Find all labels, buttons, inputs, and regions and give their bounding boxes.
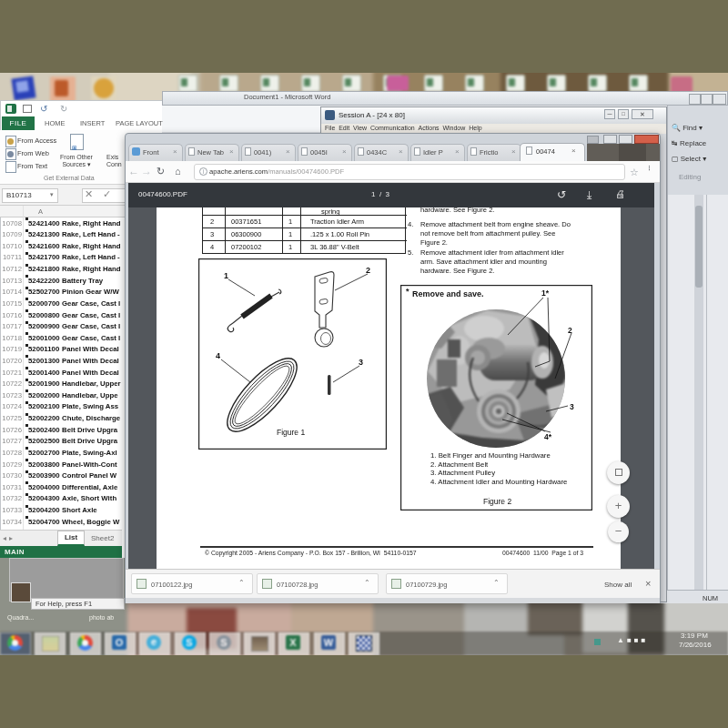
svg-text:1. Belt Finger and Mounting H: 1. Belt Finger and Mounting Hardware [430,451,551,460]
svg-text:2: 2 [568,326,572,335]
svg-text:1: 1 [224,271,228,280]
svg-text:2. Attachment Belt: 2. Attachment Belt [430,460,489,469]
svg-text:Figure 1: Figure 1 [277,428,305,437]
svg-text:*: * [406,287,410,296]
svg-text:4. Attachment Idler and Mount: 4. Attachment Idler and Mounting Hardwar… [430,478,567,486]
svg-text:2: 2 [366,266,370,275]
svg-text:Remove and save.: Remove and save. [412,289,484,298]
svg-text:4*: 4* [544,432,552,441]
svg-text:3: 3 [359,358,363,367]
svg-text:1*: 1* [541,288,550,298]
svg-text:3: 3 [570,402,574,411]
svg-text:4: 4 [216,351,220,360]
svg-text:Figure 2: Figure 2 [483,497,511,506]
svg-text:3. Attachment Pulley: 3. Attachment Pulley [430,469,495,477]
